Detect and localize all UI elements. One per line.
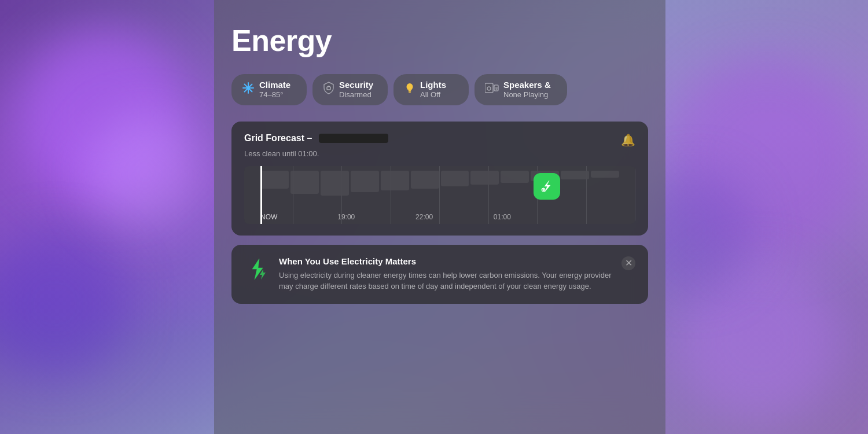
- bell-icon[interactable]: 🔔: [621, 133, 635, 147]
- bar-5: [381, 171, 409, 190]
- page-title: Energy: [231, 23, 648, 58]
- security-tab-text: Security Disarmed: [339, 80, 373, 100]
- lights-sublabel: All Off: [420, 90, 446, 100]
- info-body: Using electricity during cleaner energy …: [279, 270, 612, 292]
- tab-speakers[interactable]: 8 Speakers & None Playing: [475, 74, 567, 105]
- svg-text:8: 8: [495, 86, 498, 90]
- tab-bar: Climate 74–85° Security Disarmed: [231, 74, 648, 105]
- lights-label: Lights: [420, 80, 446, 90]
- bar-12: [591, 171, 619, 178]
- bar-7: [441, 171, 469, 187]
- bar-3: [321, 171, 349, 196]
- climate-icon: [242, 82, 255, 97]
- svg-rect-5: [409, 92, 411, 93]
- card-title: Grid Forecast –: [244, 133, 388, 144]
- security-sublabel: Disarmed: [339, 90, 373, 100]
- time-2200: 22:00: [385, 213, 464, 221]
- bar-6: [411, 171, 439, 189]
- now-line: [260, 166, 262, 224]
- card-subtitle: Less clean until 01:00.: [244, 149, 635, 158]
- lights-tab-text: Lights All Off: [420, 80, 446, 100]
- info-card: When You Use Electricity Matters Using e…: [231, 245, 648, 304]
- redacted-name: [319, 134, 388, 143]
- bar-9: [501, 171, 529, 183]
- energy-icon-wrapper: [534, 173, 560, 200]
- bar-1: [260, 171, 289, 189]
- time-extra: [541, 213, 619, 221]
- svg-point-1: [247, 87, 250, 90]
- speakers-label: Speakers &: [503, 80, 551, 90]
- bar-8: [470, 171, 499, 185]
- tab-security[interactable]: Security Disarmed: [312, 74, 388, 105]
- svg-rect-6: [485, 83, 493, 93]
- tab-climate[interactable]: Climate 74–85°: [231, 74, 307, 105]
- climate-sublabel: 74–85°: [259, 90, 290, 100]
- speakers-sublabel: None Playing: [503, 90, 551, 100]
- grid-forecast-title-text: Grid Forecast –: [244, 133, 312, 144]
- time-1900: 19:00: [307, 213, 385, 221]
- grid-forecast-card: Grid Forecast – 🔔 Less clean until 01:00…: [231, 122, 648, 236]
- speakers-icon: 8: [485, 82, 499, 97]
- time-now: NOW: [260, 213, 307, 221]
- bar-2: [290, 171, 319, 194]
- time-0100: 01:00: [463, 213, 541, 221]
- security-icon: [323, 82, 334, 97]
- info-title: When You Use Electricity Matters: [279, 256, 612, 266]
- bar-11: [561, 171, 589, 180]
- svg-rect-4: [409, 90, 411, 91]
- close-button[interactable]: ✕: [621, 256, 635, 270]
- speakers-tab-text: Speakers & None Playing: [503, 80, 551, 100]
- svg-point-3: [407, 83, 413, 90]
- blob-3: [87, 116, 203, 231]
- climate-tab-text: Climate 74–85°: [259, 80, 290, 100]
- lights-icon: [404, 82, 415, 97]
- timeline-container: NOW 19:00 22:00 01:00: [244, 166, 635, 224]
- climate-label: Climate: [259, 80, 290, 90]
- time-labels: NOW 19:00 22:00 01:00: [244, 213, 635, 221]
- bar-4: [351, 171, 379, 192]
- card-header: Grid Forecast – 🔔: [244, 133, 635, 147]
- info-icon-area: [244, 256, 270, 282]
- blob-2: [0, 231, 127, 376]
- info-text: When You Use Electricity Matters Using e…: [279, 256, 612, 292]
- security-label: Security: [339, 80, 373, 90]
- tab-lights[interactable]: Lights All Off: [393, 74, 469, 105]
- main-panel: Energy Climate 74–85°: [214, 0, 665, 434]
